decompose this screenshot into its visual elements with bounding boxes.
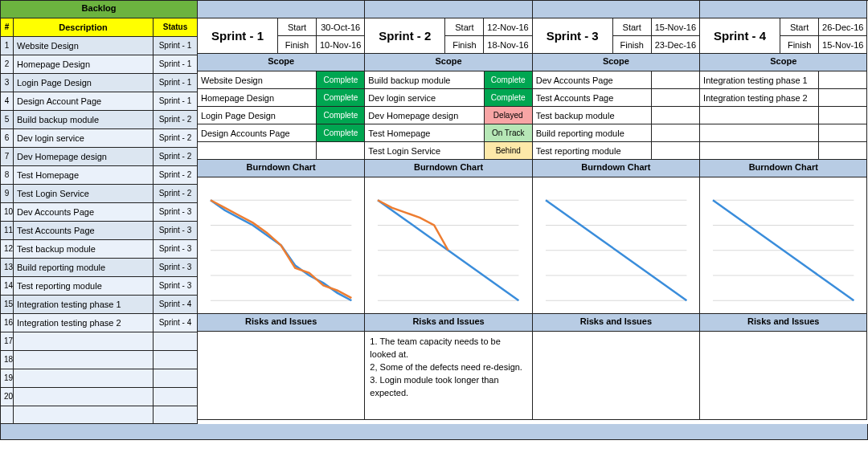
backlog-row[interactable]: 10Dev Accounts PageSprint - 3 bbox=[1, 203, 198, 222]
burndown-header: Burndown Chart bbox=[198, 160, 365, 177]
sprint-top-spacer bbox=[198, 1, 365, 18]
start-date: 30-Oct-16 bbox=[317, 18, 365, 36]
scope-desc: Login Page Design bbox=[198, 107, 317, 124]
row-desc bbox=[14, 351, 154, 369]
scope-row[interactable] bbox=[198, 142, 365, 160]
row-desc: Integration testing phase 1 bbox=[14, 296, 154, 314]
row-status bbox=[154, 369, 198, 388]
scope-header: Scope bbox=[700, 54, 867, 71]
row-desc: Dev login service bbox=[14, 129, 154, 148]
finish-date: 18-Nov-16 bbox=[484, 36, 532, 54]
scope-desc: Dev login service bbox=[365, 89, 484, 107]
scope-row[interactable] bbox=[700, 142, 867, 160]
backlog-row[interactable]: 6Dev login serviceSprint - 2 bbox=[1, 129, 198, 148]
backlog-row[interactable]: 3Login Page DesignSprint - 1 bbox=[1, 74, 198, 92]
row-desc: Homepage Design bbox=[14, 55, 154, 74]
scope-status-badge bbox=[652, 71, 700, 89]
backlog-row[interactable]: 9Test Login ServiceSprint - 2 bbox=[1, 185, 198, 203]
row-desc: Integration testing phase 2 bbox=[14, 314, 154, 332]
backlog-row[interactable] bbox=[1, 406, 198, 424]
finish-date: 23-Dec-16 bbox=[652, 36, 700, 54]
row-desc: Test Accounts Page bbox=[14, 222, 154, 240]
row-num: 14 bbox=[1, 277, 14, 296]
finish-label: Finish bbox=[780, 36, 819, 54]
row-desc bbox=[14, 369, 154, 388]
risk-line: 2, Some of the defects need re-design. bbox=[370, 361, 526, 373]
row-num: 9 bbox=[1, 185, 14, 203]
backlog-row[interactable]: 12Test backup moduleSprint - 3 bbox=[1, 240, 198, 259]
row-desc: Test Homepage bbox=[14, 166, 154, 185]
scope-desc: Build reporting module bbox=[533, 124, 652, 142]
scope-status-badge: Delayed bbox=[485, 107, 533, 124]
scope-row[interactable]: Build reporting module bbox=[533, 124, 700, 142]
backlog-row[interactable]: 20 bbox=[1, 388, 198, 406]
scope-desc: Test Accounts Page bbox=[533, 89, 652, 107]
scope-row[interactable]: Website Design Complete bbox=[198, 71, 365, 89]
finish-label: Finish bbox=[613, 36, 652, 54]
backlog-row[interactable]: 16Integration testing phase 2Sprint - 4 bbox=[1, 314, 198, 332]
sprint-pane: Sprint - 3 Start 15-Nov-16 Finish 23-Dec… bbox=[533, 1, 700, 424]
row-status bbox=[154, 406, 198, 424]
scope-status-badge bbox=[819, 89, 867, 107]
col-header-num: # bbox=[1, 18, 14, 37]
scope-row[interactable]: Test reporting module bbox=[533, 142, 700, 160]
row-status: Sprint - 1 bbox=[154, 92, 198, 111]
finish-label: Finish bbox=[278, 36, 317, 54]
scope-row[interactable]: Build backup module Complete bbox=[365, 71, 532, 89]
scope-row[interactable]: Test Homepage On Track bbox=[365, 124, 532, 142]
scope-row[interactable] bbox=[700, 107, 867, 124]
scope-desc bbox=[700, 107, 819, 124]
backlog-title: Backlog bbox=[1, 1, 198, 18]
backlog-row[interactable]: 15Integration testing phase 1Sprint - 4 bbox=[1, 296, 198, 314]
start-date: 15-Nov-16 bbox=[652, 18, 700, 36]
scope-row[interactable]: Design Accounts Page Complete bbox=[198, 124, 365, 142]
row-status: Sprint - 3 bbox=[154, 259, 198, 277]
backlog-row[interactable]: 13Build reporting moduleSprint - 3 bbox=[1, 259, 198, 277]
risk-line: 3. Login module took longer than expecte… bbox=[370, 373, 526, 399]
scope-status-badge bbox=[819, 71, 867, 89]
backlog-row[interactable]: 17 bbox=[1, 332, 198, 351]
backlog-row[interactable]: 18 bbox=[1, 351, 198, 369]
backlog-row[interactable]: 5Build backup moduleSprint - 2 bbox=[1, 111, 198, 129]
backlog-row[interactable]: 7Dev Homepage designSprint - 2 bbox=[1, 148, 198, 166]
start-label: Start bbox=[278, 18, 317, 36]
scope-desc: Test backup module bbox=[533, 107, 652, 124]
row-num: 16 bbox=[1, 314, 14, 332]
row-status: Sprint - 3 bbox=[154, 203, 198, 222]
row-desc: Test Login Service bbox=[14, 185, 154, 203]
backlog-row[interactable]: 19 bbox=[1, 369, 198, 388]
scope-row[interactable]: Homepage Design Complete bbox=[198, 89, 365, 107]
backlog-row[interactable]: 14Test reporting moduleSprint - 3 bbox=[1, 277, 198, 296]
scope-row[interactable]: Integration testing phase 2 bbox=[700, 89, 867, 107]
row-num: 15 bbox=[1, 296, 14, 314]
sprint-top-spacer bbox=[365, 1, 532, 18]
row-desc bbox=[14, 388, 154, 406]
scope-row[interactable]: Test backup module bbox=[533, 107, 700, 124]
risk-line: 1. The team capacity needs to be looked … bbox=[370, 335, 526, 361]
scope-status-badge: On Track bbox=[485, 124, 533, 142]
burndown-chart bbox=[533, 177, 700, 314]
backlog-row[interactable]: 8Test HomepageSprint - 2 bbox=[1, 166, 198, 185]
row-desc: Test backup module bbox=[14, 240, 154, 259]
sprint-pane: Sprint - 1 Start 30-Oct-16 Finish 10-Nov… bbox=[198, 1, 365, 424]
scope-row[interactable]: Login Page Design Complete bbox=[198, 107, 365, 124]
backlog-row[interactable]: 11Test Accounts PageSprint - 3 bbox=[1, 222, 198, 240]
scope-row[interactable]: Dev login service Complete bbox=[365, 89, 532, 107]
backlog-row[interactable]: 2Homepage DesignSprint - 1 bbox=[1, 55, 198, 74]
scope-row[interactable]: Test Accounts Page bbox=[533, 89, 700, 107]
backlog-row[interactable]: 4Design Account PageSprint - 1 bbox=[1, 92, 198, 111]
row-desc: Dev Homepage design bbox=[14, 148, 154, 166]
scope-status-badge bbox=[317, 142, 365, 160]
scope-row[interactable]: Dev Accounts Page bbox=[533, 71, 700, 89]
backlog-row[interactable]: 1Website DesignSprint - 1 bbox=[1, 37, 198, 55]
scope-status-badge: Behind bbox=[485, 142, 533, 160]
row-status: Sprint - 1 bbox=[154, 37, 198, 55]
row-num: 8 bbox=[1, 166, 14, 185]
scope-row[interactable]: Test Login Service Behind bbox=[365, 142, 532, 160]
scope-row[interactable]: Integration testing phase 1 bbox=[700, 71, 867, 89]
scope-status-badge bbox=[652, 89, 700, 107]
sprint-title: Sprint - 1 bbox=[198, 18, 278, 54]
row-status: Sprint - 2 bbox=[154, 129, 198, 148]
scope-row[interactable] bbox=[700, 124, 867, 142]
scope-row[interactable]: Dev Homepage design Delayed bbox=[365, 107, 532, 124]
